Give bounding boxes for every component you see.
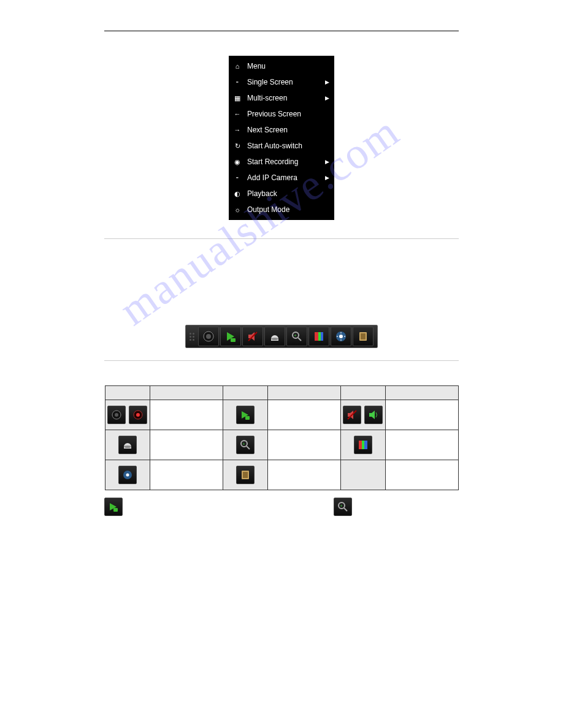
- svg-text:+: +: [242, 441, 245, 447]
- grid-icon: ▦: [232, 94, 242, 102]
- section-rule-2: [104, 360, 459, 361]
- svg-point-26: [124, 446, 131, 448]
- svg-point-18: [115, 413, 118, 417]
- menu-item-menu[interactable]: ⌂Menu: [229, 58, 334, 74]
- next-icon: →: [232, 126, 242, 134]
- audio-off-icon: [343, 406, 361, 424]
- svg-point-34: [126, 474, 129, 477]
- submenu-arrow-icon: ▶: [325, 79, 329, 85]
- image-settings-icon: [354, 436, 372, 454]
- menu-item-start-recording[interactable]: ◉Start Recording▶: [229, 154, 334, 170]
- icon-description-table: +: [105, 385, 459, 490]
- instant-playback-icon[interactable]: [220, 327, 241, 346]
- submenu-arrow-icon: ▶: [325, 175, 329, 181]
- strategy-icon[interactable]: [331, 327, 351, 346]
- digital-zoom-icon: +: [334, 498, 352, 516]
- digital-zoom-icon: +: [236, 436, 255, 454]
- svg-line-40: [344, 508, 347, 511]
- digital-zoom-icon[interactable]: +: [286, 327, 307, 346]
- svg-line-28: [247, 446, 250, 449]
- menu-item-label: Next Screen: [242, 126, 329, 134]
- table-cell-strategy: [105, 460, 150, 490]
- svg-rect-30: [359, 441, 362, 449]
- table-cell-record: [105, 400, 150, 430]
- record-on-icon: [129, 406, 147, 424]
- strategy-icon: [118, 466, 137, 484]
- close-icon: [236, 466, 255, 484]
- quick-toolbar[interactable]: +: [185, 325, 378, 348]
- menu-item-next-screen[interactable]: →Next Screen: [229, 122, 334, 138]
- ptz-icon[interactable]: [264, 327, 285, 346]
- table-cell-close: [223, 460, 267, 490]
- table-cell-image: [340, 430, 385, 460]
- svg-point-1: [206, 334, 211, 339]
- table-cell-audio: [340, 400, 385, 430]
- svg-rect-3: [231, 338, 236, 342]
- menu-item-label: Add IP Camera: [242, 173, 325, 182]
- image-settings-icon[interactable]: [308, 327, 329, 346]
- table-cell-ptz: [105, 430, 150, 460]
- svg-text:+: +: [294, 333, 297, 338]
- menu-item-output-mode[interactable]: ☼Output Mode: [229, 202, 334, 218]
- menu-item-label: Start Recording: [242, 157, 325, 166]
- svg-rect-38: [113, 508, 118, 512]
- svg-rect-32: [364, 441, 367, 449]
- record-off-icon: [107, 406, 126, 424]
- svg-rect-31: [362, 441, 364, 449]
- menu-item-previous-screen[interactable]: ←Previous Screen: [229, 106, 334, 122]
- play-icon: ◐: [232, 190, 242, 198]
- refresh-icon: ↻: [232, 142, 242, 150]
- close-icon[interactable]: [353, 327, 373, 346]
- audio-on-icon: [364, 406, 383, 424]
- mute-icon[interactable]: [242, 327, 263, 346]
- menu-item-playback[interactable]: ◐Playback: [229, 186, 334, 202]
- svg-rect-10: [315, 332, 318, 341]
- menu-item-label: Playback: [242, 189, 329, 198]
- menu-item-multi-screen[interactable]: ▦Multi-screen▶: [229, 90, 334, 106]
- submenu-arrow-icon: ▶: [325, 159, 329, 165]
- record-icon[interactable]: [198, 327, 219, 346]
- svg-point-20: [136, 413, 140, 417]
- record-icon: ◉: [232, 158, 242, 166]
- prev-icon: ←: [232, 110, 242, 118]
- svg-line-8: [298, 338, 301, 341]
- drag-handle-icon[interactable]: [190, 333, 194, 341]
- camera-icon: ⁃: [232, 78, 242, 86]
- submenu-arrow-icon: ▶: [325, 95, 329, 101]
- menu-item-label: Multi-screen: [242, 94, 325, 102]
- table-cell-playback: [223, 400, 267, 430]
- output-icon: ☼: [232, 206, 242, 213]
- menu-item-start-auto-switch[interactable]: ↻Start Auto-switch: [229, 138, 334, 154]
- svg-text:+: +: [340, 503, 343, 509]
- svg-marker-25: [369, 411, 375, 419]
- context-menu[interactable]: ⌂Menu⁃Single Screen▶▦Multi-screen▶←Previ…: [229, 56, 334, 220]
- home-icon: ⌂: [232, 63, 242, 70]
- menu-item-add-ip-camera[interactable]: ⁃Add IP Camera▶: [229, 170, 334, 186]
- instant-playback-icon: [236, 406, 255, 424]
- svg-rect-16: [361, 333, 366, 339]
- svg-rect-11: [318, 332, 321, 341]
- menu-item-label: Previous Screen: [242, 110, 329, 118]
- menu-item-label: Menu: [242, 62, 329, 70]
- menu-item-label: Output Mode: [242, 205, 329, 214]
- ptz-icon: [118, 436, 137, 454]
- section-rule-1: [104, 238, 459, 239]
- table-cell-zoom: +: [223, 430, 267, 460]
- top-rule: [104, 31, 459, 31]
- menu-item-single-screen[interactable]: ⁃Single Screen▶: [229, 74, 334, 90]
- svg-point-14: [339, 335, 343, 338]
- svg-rect-22: [245, 416, 250, 420]
- menu-item-label: Single Screen: [242, 78, 325, 86]
- menu-item-label: Start Auto-switch: [242, 142, 329, 150]
- svg-rect-12: [321, 332, 323, 341]
- instant-playback-icon: [104, 498, 123, 516]
- svg-rect-36: [243, 472, 248, 478]
- svg-point-6: [271, 338, 278, 340]
- add-cam-icon: ⁃: [232, 174, 242, 182]
